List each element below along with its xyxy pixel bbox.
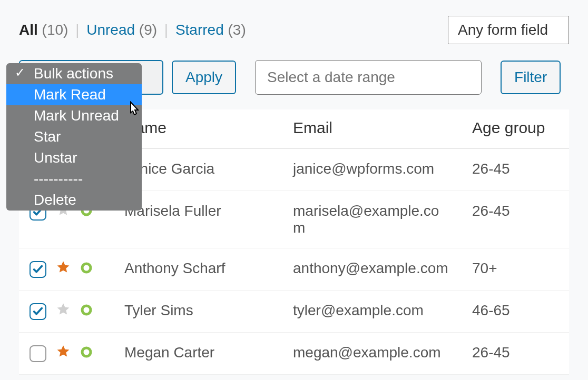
filter-button[interactable]: Filter	[501, 61, 561, 94]
cell-age-group: 26-45	[462, 191, 569, 248]
cell-name[interactable]: Megan Carter	[114, 333, 282, 375]
cell-age-group: 70+	[462, 248, 569, 291]
apply-button[interactable]: Apply	[172, 61, 236, 94]
svg-point-2	[82, 264, 91, 272]
status-filter-unread-label: Unread	[86, 22, 135, 38]
status-filter-bar: All (10) | Unread (9) | Starred (3)	[19, 22, 246, 38]
table-row: Tyler Simstyler@example.com46-65	[19, 291, 569, 333]
bulk-option-mark-read[interactable]: Mark Read	[6, 84, 142, 105]
svg-point-4	[82, 348, 91, 356]
form-field-select[interactable]: Any form field	[448, 16, 569, 44]
column-email[interactable]: Email	[282, 109, 462, 149]
cell-email[interactable]: tyler@example.com	[282, 291, 462, 333]
svg-point-3	[82, 306, 91, 314]
separator: |	[164, 22, 168, 38]
status-filter-unread[interactable]: Unread (9)	[86, 22, 161, 38]
bulk-option-unstar[interactable]: Unstar	[6, 147, 142, 168]
status-filter-starred-count: (3)	[228, 22, 246, 38]
cell-email[interactable]: janice@wpforms.com	[282, 149, 462, 191]
status-filter-all[interactable]: All (10)	[19, 22, 72, 38]
bulk-option-separator: ----------	[6, 168, 142, 189]
unread-indicator-icon[interactable]	[80, 303, 93, 320]
table-row: Anthony Scharfanthony@example.com70+	[19, 248, 569, 291]
status-filter-starred-label: Starred	[175, 22, 224, 38]
cell-email[interactable]: marisela@example.com	[282, 191, 462, 248]
cell-name[interactable]: Anthony Scharf	[114, 248, 282, 291]
date-range-input[interactable]	[255, 60, 482, 95]
star-icon[interactable]	[56, 302, 71, 321]
cell-age-group: 46-65	[462, 291, 569, 333]
star-icon[interactable]	[56, 344, 71, 363]
bulk-option-mark-unread[interactable]: Mark Unread	[6, 105, 142, 126]
row-checkbox[interactable]	[30, 303, 46, 320]
star-icon[interactable]	[56, 260, 71, 278]
bulk-actions-wrap: Bulk actions Mark Read Mark Unread Star …	[19, 60, 163, 95]
status-filter-unread-count: (9)	[139, 22, 157, 38]
unread-indicator-icon[interactable]	[80, 261, 93, 278]
status-filter-all-count: (10)	[42, 22, 68, 38]
row-checkbox[interactable]	[30, 261, 46, 278]
bulk-option-delete[interactable]: Delete	[6, 189, 142, 211]
bulk-option-bulk-actions[interactable]: Bulk actions	[6, 63, 142, 84]
bulk-actions-dropdown: Bulk actions Mark Read Mark Unread Star …	[6, 63, 142, 211]
column-age-group[interactable]: Age group	[462, 109, 569, 149]
cell-email[interactable]: megan@example.com	[282, 333, 462, 375]
status-filter-all-label: All	[19, 22, 38, 38]
status-filter-starred[interactable]: Starred (3)	[175, 22, 246, 38]
table-row: Megan Cartermegan@example.com26-45	[19, 333, 569, 375]
cell-age-group: 26-45	[462, 333, 569, 375]
cell-age-group: 26-45	[462, 149, 569, 191]
separator: |	[75, 22, 79, 38]
row-checkbox[interactable]	[30, 345, 46, 362]
cell-email[interactable]: anthony@example.com	[282, 248, 462, 291]
cell-name[interactable]: Tyler Sims	[114, 291, 282, 333]
bulk-option-star[interactable]: Star	[6, 126, 142, 147]
unread-indicator-icon[interactable]	[80, 345, 93, 362]
